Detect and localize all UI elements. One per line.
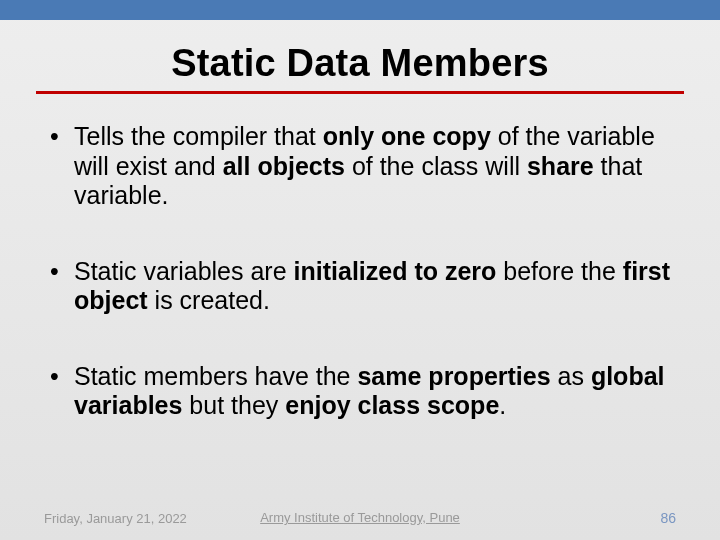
text-segment: is created. — [148, 286, 270, 314]
slide-title: Static Data Members — [36, 42, 684, 85]
text-segment: Static variables are — [74, 257, 294, 285]
footer-date: Friday, January 21, 2022 — [44, 511, 187, 526]
bullet-item: Static members have the same properties … — [48, 362, 672, 421]
footer-page-number: 86 — [660, 510, 676, 526]
text-segment: of the class will — [345, 152, 527, 180]
title-container: Static Data Members — [36, 42, 684, 94]
text-segment: Tells the compiler that — [74, 122, 323, 150]
text-segment: . — [499, 391, 506, 419]
accent-top-bar — [0, 0, 720, 20]
text-segment: but they — [182, 391, 285, 419]
text-segment: enjoy class scope — [285, 391, 499, 419]
slide-content: Tells the compiler that only one copy of… — [48, 122, 672, 421]
bullet-item: Static variables are initialized to zero… — [48, 257, 672, 316]
text-segment: Static members have the — [74, 362, 357, 390]
bullet-list: Tells the compiler that only one copy of… — [48, 122, 672, 421]
text-segment: as — [551, 362, 591, 390]
text-segment: only one copy — [323, 122, 491, 150]
text-segment: share — [527, 152, 594, 180]
bullet-item: Tells the compiler that only one copy of… — [48, 122, 672, 211]
text-segment: all objects — [223, 152, 345, 180]
slide-footer: Friday, January 21, 2022 Army Institute … — [0, 510, 720, 526]
footer-org: Army Institute of Technology, Pune — [260, 510, 460, 525]
text-segment: before the — [496, 257, 622, 285]
text-segment: initialized to zero — [294, 257, 497, 285]
text-segment: same properties — [357, 362, 550, 390]
